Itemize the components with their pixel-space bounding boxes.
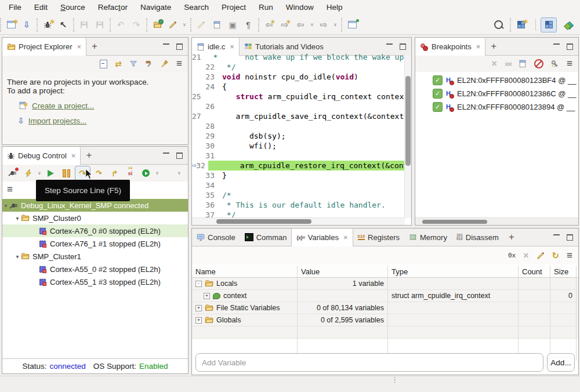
add-variable-input[interactable]	[195, 353, 543, 372]
import-projects-link[interactable]: Import projects...	[28, 117, 87, 125]
new-view-tab-button[interactable]	[503, 228, 520, 246]
run-to-icon[interactable]	[139, 166, 153, 180]
collapse-all-icon[interactable]	[100, 60, 107, 68]
code-line[interactable]: 28	[192, 121, 405, 131]
minimize-icon[interactable]	[163, 43, 169, 46]
scroll-thumb[interactable]	[405, 76, 411, 166]
refresh-icon[interactable]	[552, 251, 560, 261]
menu-source[interactable]: Source	[54, 0, 92, 15]
view-menu-icon[interactable]	[567, 250, 572, 262]
save-icon[interactable]	[77, 18, 91, 32]
column-header-value[interactable]: Value	[298, 266, 388, 277]
view-menu-icon[interactable]	[567, 58, 572, 70]
close-icon[interactable]	[71, 151, 76, 160]
connect-dropdown-icon[interactable]	[37, 170, 42, 176]
scroll-thumb[interactable]	[422, 220, 487, 224]
code-line[interactable]: 23void noinstr cpu_do_idle(void)	[192, 72, 405, 82]
maximize-icon[interactable]	[567, 43, 573, 50]
forward-history-icon[interactable]	[332, 22, 338, 27]
expander-icon[interactable]: +	[195, 305, 202, 311]
connect-icon[interactable]	[21, 166, 35, 180]
mark-occurrences-icon[interactable]	[194, 18, 208, 32]
core-row[interactable]: Cortex-A76_0 #0 stopped (EL2h)	[2, 224, 188, 237]
chevron-down-icon[interactable]: ▾	[14, 215, 21, 222]
tab-disassem[interactable]: 101010Disassem	[452, 228, 503, 246]
save-all-icon[interactable]	[93, 18, 107, 32]
tab-comman[interactable]: Comman	[240, 228, 292, 246]
skip-all-breakpoints-icon[interactable]	[534, 59, 543, 68]
cluster-row[interactable]: ▾SMP_Cluster0	[2, 212, 188, 224]
core-row[interactable]: Cortex-A55_1 #3 stopped (EL2h)	[2, 275, 188, 288]
tab-breakpoints[interactable]: Breakpoints	[415, 38, 485, 56]
compare-icon[interactable]	[210, 18, 224, 32]
code-line[interactable]: 22 */	[192, 62, 405, 72]
minimize-icon[interactable]	[386, 43, 393, 46]
undo-icon[interactable]	[114, 18, 128, 32]
code-line[interactable]: 35/*	[192, 190, 405, 200]
new-window-wizard-icon[interactable]	[4, 18, 18, 32]
table-row[interactable]: +Globals0 of 2,595 variables	[192, 314, 578, 326]
core-row[interactable]: Cortex-A55_0 #2 stopped (EL2h)	[2, 263, 188, 275]
tab-registers[interactable]: Registers	[353, 228, 404, 246]
attach-target-icon[interactable]	[56, 18, 70, 32]
close-icon[interactable]	[476, 42, 481, 51]
maximize-icon[interactable]	[400, 43, 406, 50]
toggle-stepping-mode-icon[interactable]: si	[123, 166, 137, 180]
close-icon[interactable]	[77, 42, 81, 51]
code-line[interactable]: 24{	[192, 82, 405, 92]
column-header-type[interactable]: Type	[388, 266, 519, 277]
enabled-checkbox-icon[interactable]	[433, 102, 443, 112]
minimize-icon[interactable]	[163, 153, 169, 155]
show-block-icon[interactable]	[226, 18, 240, 32]
filter-icon[interactable]	[129, 60, 137, 68]
menu-refactor[interactable]: Refactor	[92, 0, 134, 15]
tab-memory[interactable]: Memory	[404, 228, 452, 246]
create-project-link[interactable]: Create a project...	[32, 101, 94, 110]
step-over-icon[interactable]	[92, 166, 106, 180]
pause-icon[interactable]	[59, 166, 74, 180]
format-paint-icon[interactable]	[166, 18, 180, 32]
tab-console[interactable]: Console	[192, 228, 240, 246]
new-view-tab-button[interactable]	[81, 147, 97, 164]
editor-horizontal-scrollbar[interactable]	[192, 217, 405, 225]
breakpoint-settings-icon[interactable]	[551, 60, 559, 68]
perspective-cpp-button[interactable]	[541, 17, 557, 32]
column-header-count[interactable]: Count	[519, 266, 550, 277]
search-icon[interactable]	[491, 18, 505, 32]
chevron-down-icon[interactable]: ▾	[14, 253, 21, 260]
tab-debug-control[interactable]: Debug Control	[2, 147, 81, 165]
breakpoints-horizontal-scrollbar[interactable]	[415, 217, 578, 225]
table-row[interactable]: -Locals1 variable	[192, 278, 578, 290]
minimize-icon[interactable]	[553, 234, 560, 237]
show-whitespace-icon[interactable]	[241, 18, 255, 32]
tab-variables[interactable]: Variables	[291, 228, 353, 246]
back-icon[interactable]	[293, 18, 307, 32]
enabled-checkbox-icon[interactable]	[433, 75, 443, 85]
new-view-tab-button[interactable]	[485, 38, 502, 55]
back-history-icon[interactable]	[309, 22, 315, 27]
continue-icon[interactable]	[44, 166, 58, 180]
editor-vertical-scrollbar[interactable]	[404, 55, 411, 218]
code-line[interactable]: 26	[192, 101, 405, 111]
toolbar-overflow-icon[interactable]	[176, 170, 182, 176]
code-line[interactable]: ⇨32 arm_cpuidle_restore_irq_context(&con…	[192, 161, 405, 170]
link-with-editor-icon[interactable]	[115, 59, 122, 68]
code-line[interactable]: 30 wfi();	[192, 141, 405, 151]
expander-icon[interactable]: +	[204, 293, 210, 299]
go-to-file-icon[interactable]	[519, 60, 527, 68]
core-row[interactable]: Cortex-A76_1 #1 stopped (EL2h)	[2, 237, 188, 250]
code-line[interactable]: 27 arm_cpuidle_save_irq_context(&context…	[192, 111, 405, 121]
menu-search[interactable]: Search	[177, 0, 215, 15]
menu-run[interactable]: Run	[252, 0, 280, 15]
step-out-icon[interactable]	[107, 166, 122, 180]
view-menu-icon[interactable]	[7, 184, 13, 195]
chevron-down-icon[interactable]: ▾	[2, 202, 9, 209]
hex-format-button[interactable]: 0x	[508, 252, 516, 259]
code-line[interactable]: 34	[192, 180, 405, 190]
maximize-icon[interactable]	[176, 43, 183, 50]
open-perspective-icon[interactable]	[514, 18, 528, 32]
menu-window[interactable]: Window	[280, 0, 320, 15]
forward-icon[interactable]	[317, 18, 331, 32]
column-header-size[interactable]: Size	[550, 266, 577, 277]
breakpoint-row[interactable]: EL2N:0xFFFF80008012386C @ __	[415, 87, 578, 100]
